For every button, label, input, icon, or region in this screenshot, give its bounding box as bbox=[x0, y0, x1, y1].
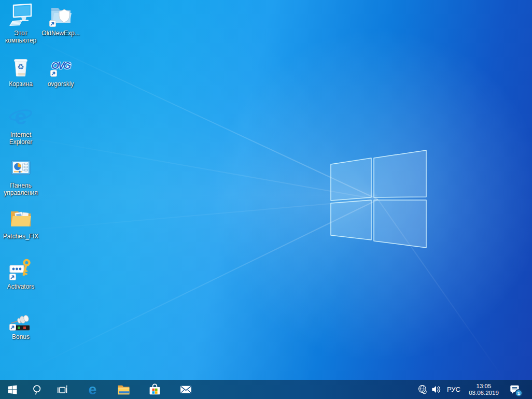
file-explorer-icon bbox=[117, 382, 131, 396]
desktop-icon-label: Панель управления bbox=[1, 182, 40, 196]
control-panel-icon bbox=[8, 155, 33, 180]
svg-text:e: e bbox=[15, 105, 26, 129]
notification-badge: 1 bbox=[515, 389, 523, 397]
volume-icon[interactable] bbox=[429, 380, 443, 399]
recycle-bin-icon: ♻ bbox=[8, 54, 33, 79]
desktop-icon-this-pc[interactable]: Этот компьютер bbox=[1, 3, 40, 44]
windows-logo bbox=[311, 135, 431, 254]
desktop-icon-label: ovgorskiy bbox=[48, 81, 74, 88]
key-icon bbox=[8, 256, 33, 281]
desktop-icon-activators[interactable]: Activators bbox=[1, 256, 40, 291]
search-button[interactable] bbox=[25, 380, 50, 399]
svg-text:♻: ♻ bbox=[17, 62, 24, 71]
taskbar-mail-button[interactable] bbox=[170, 380, 201, 399]
desktop-icon-internet-explorer[interactable]: e Internet Explorer bbox=[1, 105, 40, 146]
start-button[interactable] bbox=[0, 380, 25, 399]
store-icon bbox=[148, 382, 162, 396]
folder-icon bbox=[8, 206, 33, 231]
pushpin-icon bbox=[8, 307, 33, 332]
taskbar-file-explorer-button[interactable] bbox=[108, 380, 139, 399]
desktop-icon-ovgorskiy[interactable]: OVG ovgorskiy bbox=[41, 54, 80, 88]
taskbar-edge-button[interactable]: e bbox=[77, 380, 108, 399]
desktop-icon-label: Корзина bbox=[9, 81, 33, 88]
desktop-icon-control-panel[interactable]: Панель управления bbox=[1, 155, 40, 196]
system-tray: РУС 13:05 03.06.2019 1 bbox=[415, 380, 532, 399]
desktop-icon-label: Patches_FIX bbox=[3, 233, 39, 240]
task-view-button[interactable] bbox=[50, 380, 75, 399]
desktop-icon-label: Internet Explorer bbox=[1, 132, 40, 146]
desktop-icon-recycle-bin[interactable]: ♻ Корзина bbox=[1, 54, 40, 88]
show-desktop-button[interactable] bbox=[526, 380, 532, 399]
taskbar: e bbox=[0, 380, 532, 399]
svg-text:OVG: OVG bbox=[51, 60, 71, 71]
shield-folder-icon bbox=[48, 3, 73, 28]
desktop-icon-patches-fix[interactable]: Patches_FIX bbox=[1, 206, 40, 240]
taskbar-store-button[interactable] bbox=[139, 380, 170, 399]
this-pc-icon bbox=[8, 3, 33, 28]
internet-explorer-icon: e bbox=[8, 105, 33, 130]
clock-date: 03.06.2019 bbox=[469, 390, 499, 396]
edge-icon: e bbox=[86, 382, 100, 396]
clock-time: 13:05 bbox=[477, 383, 492, 390]
network-icon[interactable] bbox=[415, 380, 429, 399]
desktop-icon-label: OldNewExp... bbox=[41, 30, 79, 37]
language-indicator[interactable]: РУС bbox=[443, 380, 465, 399]
desktop-icon-label: Bonus bbox=[12, 334, 30, 341]
desktop-icon-bonus[interactable]: Bonus bbox=[1, 307, 40, 341]
desktop-icon-label: Этот компьютер bbox=[1, 30, 40, 44]
windows-start-icon bbox=[8, 385, 17, 394]
ovg-logo-icon: OVG bbox=[48, 54, 73, 79]
desktop-icon-label: Activators bbox=[7, 283, 35, 291]
search-icon bbox=[32, 384, 43, 395]
clock[interactable]: 13:05 03.06.2019 bbox=[465, 380, 503, 399]
action-center-button[interactable]: 1 bbox=[503, 380, 526, 399]
svg-text:e: e bbox=[88, 382, 96, 396]
mail-icon bbox=[179, 382, 193, 396]
task-view-icon bbox=[57, 384, 67, 395]
desktop-icon-oldnewexplorer[interactable]: OldNewExp... bbox=[41, 3, 80, 37]
